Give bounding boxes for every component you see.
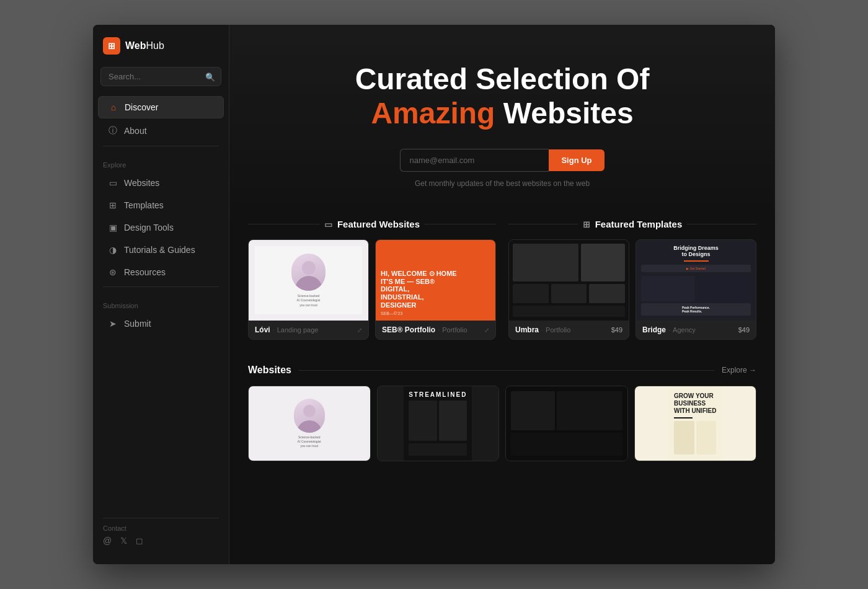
app-window: ⊞ WebHub 🔍 ⌂ Discover ⓘ About Explore ▭ … — [93, 25, 775, 564]
card-umbra-info-left: Umbra · Portfolio — [515, 326, 570, 334]
bottom-card-unified[interactable]: GROW YOURBUSINESSWITH UNIFIED — [634, 386, 757, 461]
sidebar: ⊞ WebHub 🔍 ⌂ Discover ⓘ About Explore ▭ … — [93, 25, 229, 564]
featured-websites-title: Featured Websites — [337, 219, 420, 229]
card-bridge-info: Bridge · Agency $49 — [636, 321, 756, 339]
divider-1 — [103, 146, 219, 146]
featured-websites-cards: Science-backedAI Cosmetologistyou can tr… — [248, 239, 496, 340]
card-seb-thumb: HI, WELCOME ⊙ HOMEIT'S ME — SEB®DIGITAL,… — [376, 240, 495, 321]
contact-icons: @ 𝕏 ◻ — [103, 536, 219, 552]
search-box[interactable]: 🔍 — [100, 67, 221, 86]
card-lovi[interactable]: Science-backedAI Cosmetologistyou can tr… — [248, 239, 369, 340]
contact-divider — [103, 518, 219, 518]
card-lovi-info: Lóvi · Landing page ⤢ — [249, 321, 368, 339]
hero-title-rest: Websites — [495, 97, 633, 130]
sidebar-item-resources[interactable]: ⊛ Resources — [98, 262, 224, 283]
card-umbra-category: Portfolio — [546, 326, 570, 334]
card-lovi-title: Lóvi — [255, 326, 270, 334]
bottom-card-streamlined-thumb: STREAMLINED — [378, 386, 499, 461]
hero-title-highlight: Amazing — [371, 97, 495, 130]
websites-section-title: Websites — [248, 365, 291, 376]
bottom-card-streamlined[interactable]: STREAMLINED — [377, 386, 500, 461]
card-bridge[interactable]: Bridging Dreamsto Designs ▶ Get Started … — [636, 239, 756, 340]
tutorials-icon: ◑ — [108, 245, 118, 255]
external-link-icon-seb[interactable]: ⤢ — [484, 327, 489, 334]
sidebar-item-about[interactable]: ⓘ About — [98, 120, 224, 142]
info-icon: ⓘ — [108, 125, 118, 136]
card-umbra-price: $49 — [611, 326, 622, 334]
hero-subtitle: Get monthly updates of the best websites… — [254, 179, 750, 188]
bottom-card-lovi-thumb: Science-backedAI Cosmetologistyou can tr… — [249, 386, 370, 461]
submit-label: Submit — [124, 319, 151, 329]
external-link-icon-lovi[interactable]: ⤢ — [357, 327, 362, 334]
websites-icon: ▭ — [108, 178, 118, 188]
bottom-card-lovi[interactable]: Science-backedAI Cosmetologistyou can tr… — [248, 386, 371, 461]
design-tools-icon: ▣ — [108, 223, 118, 232]
sidebar-item-tutorials[interactable]: ◑ Tutorials & Guides — [98, 239, 224, 260]
websites-section: Websites Explore → Science-backedAI Cos — [229, 358, 775, 474]
featured-templates-header: ⊞ Featured Templates — [508, 219, 756, 229]
signup-button[interactable]: Sign Up — [549, 149, 604, 171]
featured-templates-cards: Umbra · Portfolio $49 Bridging Dreamsto … — [508, 239, 756, 340]
bottom-card-unified-thumb: GROW YOURBUSINESSWITH UNIFIED — [635, 386, 756, 461]
websites-label: Websites — [124, 178, 159, 188]
email-contact-icon[interactable]: @ — [103, 536, 112, 546]
monitor-icon: ▭ — [324, 219, 332, 229]
section-divider-line — [299, 370, 714, 371]
home-icon: ⌂ — [108, 102, 118, 112]
templates-icon: ⊞ — [108, 200, 118, 210]
featured-templates-title: Featured Templates — [595, 219, 683, 229]
card-seb[interactable]: HI, WELCOME ⊙ HOMEIT'S ME — SEB®DIGITAL,… — [375, 239, 496, 340]
email-input[interactable] — [400, 149, 549, 172]
featured-row: ▭ Featured Websites Sci — [229, 219, 775, 358]
resources-icon: ⊛ — [108, 267, 118, 277]
design-tools-label: Design Tools — [124, 223, 174, 232]
bottom-cards-grid: Science-backedAI Cosmetologistyou can tr… — [248, 386, 756, 461]
logo-area: ⊞ WebHub — [93, 37, 229, 67]
sidebar-item-websites[interactable]: ▭ Websites — [98, 172, 224, 193]
search-input[interactable] — [100, 67, 221, 86]
card-umbra[interactable]: Umbra · Portfolio $49 — [508, 239, 629, 340]
tutorials-label: Tutorials & Guides — [124, 245, 195, 255]
bottom-card-dark[interactable] — [505, 386, 628, 461]
card-lovi-info-left: Lóvi · Landing page — [255, 326, 318, 334]
divider-2 — [103, 286, 219, 287]
email-form: Sign Up — [254, 149, 750, 172]
card-seb-info-left: SEB® Portfolio · Portfolio — [382, 326, 467, 334]
sidebar-item-design-tools[interactable]: ▣ Design Tools — [98, 217, 224, 238]
sidebar-item-discover[interactable]: ⌂ Discover — [98, 96, 224, 118]
bottom-card-dark-thumb — [506, 386, 627, 461]
explore-section-label: Explore — [93, 151, 229, 172]
discover-label: Discover — [125, 102, 158, 112]
card-seb-info: SEB® Portfolio · Portfolio ⤢ — [376, 321, 495, 339]
logo-icon: ⊞ — [103, 37, 120, 55]
hero-title: Curated Selection Of Amazing Websites — [254, 62, 750, 130]
hero-section: Curated Selection Of Amazing Websites Si… — [229, 25, 775, 219]
templates-label: Templates — [124, 200, 164, 210]
card-bridge-category: Agency — [673, 326, 696, 334]
card-lovi-thumb: Science-backedAI Cosmetologistyou can tr… — [249, 240, 368, 321]
explore-link[interactable]: Explore → — [722, 366, 756, 374]
about-label: About — [124, 126, 147, 136]
twitter-icon[interactable]: 𝕏 — [120, 536, 127, 546]
hero-title-line1: Curated Selection Of — [355, 63, 650, 95]
card-seb-title: SEB® Portfolio — [382, 326, 435, 334]
card-bridge-price: $49 — [738, 326, 750, 334]
sidebar-item-templates[interactable]: ⊞ Templates — [98, 195, 224, 216]
search-icon: 🔍 — [205, 72, 215, 81]
instagram-icon[interactable]: ◻ — [136, 536, 143, 546]
resources-label: Resources — [124, 267, 166, 277]
featured-websites-header: ▭ Featured Websites — [248, 219, 496, 229]
card-seb-category: Portfolio — [442, 326, 467, 334]
submit-icon: ➤ — [108, 319, 118, 329]
card-bridge-title: Bridge — [642, 326, 666, 334]
card-umbra-title: Umbra — [515, 326, 539, 334]
websites-section-header: Websites Explore → — [248, 365, 756, 376]
main-content: Curated Selection Of Amazing Websites Si… — [229, 25, 775, 564]
card-bridge-info-left: Bridge · Agency — [642, 326, 696, 334]
sidebar-item-submit[interactable]: ➤ Submit — [98, 313, 224, 334]
submission-section-label: Submission — [93, 292, 229, 313]
card-lovi-category: Landing page — [277, 326, 319, 334]
sidebar-bottom: Contact @ 𝕏 ◻ — [93, 518, 229, 552]
app-name: WebHub — [125, 40, 164, 51]
contact-label: Contact — [103, 525, 219, 532]
